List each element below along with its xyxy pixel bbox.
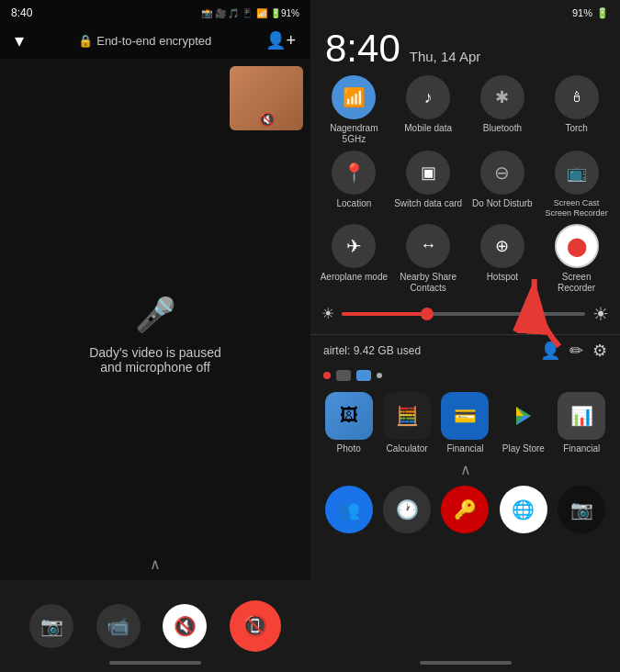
dnd-icon: ⊖: [494, 162, 510, 184]
recording-dot: [323, 372, 331, 379]
signal-icons: 📶 🔋91%: [256, 8, 299, 18]
switch-sim-tile-icon: ▣: [406, 151, 450, 195]
expand-handle-icon[interactable]: ∧: [150, 555, 161, 573]
quick-settings-panel: 91% 🔋 8:40 Thu, 14 Apr 📶 Nagendram 5GHz …: [310, 0, 620, 672]
qs-tile-dnd[interactable]: ⊖ Do Not Disturb: [468, 151, 537, 218]
contacts-app-icon: 👥: [337, 498, 360, 521]
qs-tile-mobile-data[interactable]: ♪ Mobile data: [394, 75, 463, 145]
torch-icon: 🕯: [569, 89, 584, 106]
brightness-high-icon: ☀: [592, 303, 609, 325]
photo-app-icon: 🖼: [340, 405, 358, 426]
photo-app-label: Photo: [337, 443, 361, 454]
location-icon: 📍: [343, 162, 366, 184]
app-icon-photo[interactable]: 🖼 Photo: [325, 392, 373, 454]
app-icon-camera2[interactable]: 📷: [558, 486, 605, 533]
qs-tile-torch[interactable]: 🕯 Torch: [542, 75, 611, 145]
qs-tile-bluetooth[interactable]: ✱ Bluetooth: [468, 75, 537, 145]
mobile-data-tile-icon: ♪: [406, 75, 450, 119]
wifi-icon: 📶: [343, 86, 366, 108]
screen-recorder-icon: ⬤: [567, 235, 587, 257]
dnd-tile-icon: ⊖: [480, 151, 524, 195]
app-icon-app2[interactable]: 🕐: [383, 486, 431, 533]
location-tile-icon: 📍: [332, 151, 376, 195]
video-off-button[interactable]: 📹: [96, 604, 141, 648]
qs-tile-location[interactable]: 📍 Location: [320, 151, 389, 218]
mic-off-icon: 🎤: [135, 296, 176, 334]
camera-toggle-button[interactable]: 📷: [29, 604, 73, 648]
qs-tile-screen-recorder[interactable]: ⬤ Screen Recorder: [542, 224, 611, 294]
dnd-tile-label: Do Not Disturb: [472, 198, 533, 209]
add-person-icon[interactable]: 👤+: [265, 30, 296, 50]
screencast-icon: 📺: [567, 162, 587, 183]
qs-settings-icons: 👤 ✏ ⚙: [540, 341, 607, 361]
home-indicator-right: [420, 661, 512, 665]
brightness-slider[interactable]: [342, 312, 585, 316]
encrypted-label: 🔒 End-to-end encrypted: [78, 34, 211, 48]
app-icon-play-store[interactable]: Play Store: [500, 392, 547, 454]
qs-time-date: 8:40 Thu, 14 Apr: [310, 26, 620, 75]
notification-indicators: [310, 366, 620, 385]
app-icon-contacts[interactable]: 👥: [325, 486, 373, 533]
screen-recorder-tile-label: Screen Recorder: [542, 272, 611, 294]
app-icon-financial2[interactable]: 📊 Financial: [558, 392, 605, 454]
notification-icons: 📸 🎥 🎵 📱: [201, 8, 253, 18]
aeroplane-tile-label: Aeroplane mode: [321, 272, 388, 283]
nearby-tile-icon: ↔: [406, 224, 450, 268]
bluetooth-tile-label: Bluetooth: [483, 123, 522, 134]
qs-tile-nearby[interactable]: ↔ Nearby ShareContacts: [394, 224, 463, 294]
app-icon-calculator[interactable]: 🧮 Calculator: [383, 392, 431, 454]
lock-icon: 🔒: [78, 34, 93, 48]
app-notification-dot: [356, 370, 371, 381]
qs-tile-switch-sim[interactable]: ▣ Switch data card: [394, 151, 463, 218]
user-icon[interactable]: 👤: [540, 341, 560, 361]
app-icon-authy[interactable]: 🔑: [441, 486, 489, 533]
brightness-control[interactable]: ☀ ☀: [310, 297, 620, 330]
left-time: 8:40: [11, 6, 32, 19]
authy-app-icon: 🔑: [454, 498, 477, 521]
nearby-icon: ↔: [420, 236, 436, 255]
screencast-tile-label: Screen CastScreen Recorder: [546, 198, 608, 218]
calculator-app-icon: 🧮: [396, 405, 419, 427]
settings-icon[interactable]: ⚙: [592, 341, 607, 361]
end-call-icon: 📵: [242, 614, 267, 638]
mobile-data-tile-label: Mobile data: [404, 123, 452, 134]
qs-tile-screencast[interactable]: 📺 Screen CastScreen Recorder: [542, 151, 611, 218]
video-off-icon: 📹: [107, 615, 130, 637]
torch-tile-label: Torch: [565, 123, 587, 134]
app-icon-financial[interactable]: 💳 Financial: [441, 392, 489, 454]
edit-icon[interactable]: ✏: [569, 341, 583, 361]
financial2-app-icon: 📊: [570, 405, 593, 427]
hotspot-tile-label: Hotspot: [487, 272, 518, 283]
dock-expand-arrow[interactable]: ∧: [310, 457, 620, 482]
financial-app-icon: 💳: [454, 405, 477, 427]
call-header: ▾ 🔒 End-to-end encrypted 👤+: [0, 26, 310, 59]
mute-button[interactable]: 🔇: [163, 604, 207, 648]
chrome-app-icon: 🌐: [512, 498, 535, 521]
qs-tile-wifi[interactable]: 📶 Nagendram 5GHz: [320, 75, 389, 145]
qs-date: Thu, 14 Apr: [410, 49, 481, 64]
video-call-panel: 8:40 📸 🎥 🎵 📱 📶 🔋91% ▾ 🔒 End-to-end encry…: [0, 0, 310, 672]
aeroplane-tile-icon: ✈: [332, 224, 376, 268]
video-area: 🔇 🎤 Dady's video is paused and microphon…: [0, 59, 310, 580]
play-store-label: Play Store: [502, 443, 545, 454]
qs-tile-hotspot[interactable]: ⊕ Hotspot: [468, 224, 537, 294]
wifi-tile-icon: 📶: [332, 75, 376, 119]
financial2-app-label: Financial: [563, 443, 600, 454]
chevron-down-icon[interactable]: ▾: [15, 29, 24, 51]
battery-percentage: 91%: [572, 7, 592, 18]
app-icon-chrome[interactable]: 🌐: [500, 486, 547, 533]
brightness-fill: [342, 312, 427, 316]
data-usage-text: airtel: 9.42 GB used: [323, 344, 421, 357]
aeroplane-icon: ✈: [346, 235, 362, 257]
end-call-button[interactable]: 📵: [230, 600, 281, 652]
torch-tile-icon: 🕯: [555, 75, 599, 119]
qs-tile-aeroplane[interactable]: ✈ Aeroplane mode: [320, 224, 389, 294]
quick-settings-tiles: 📶 Nagendram 5GHz ♪ Mobile data ✱ Bluetoo…: [310, 75, 620, 294]
brightness-low-icon: ☀: [321, 305, 334, 322]
bluetooth-tile-icon: ✱: [480, 75, 524, 119]
photo-notification-dot: [336, 370, 351, 381]
data-usage-row: airtel: 9.42 GB used 👤 ✏ ⚙: [310, 334, 620, 366]
camera2-app-icon: 📷: [570, 498, 593, 521]
battery-icon: 🔋: [596, 7, 609, 19]
switch-sim-tile-label: Switch data card: [394, 198, 462, 209]
